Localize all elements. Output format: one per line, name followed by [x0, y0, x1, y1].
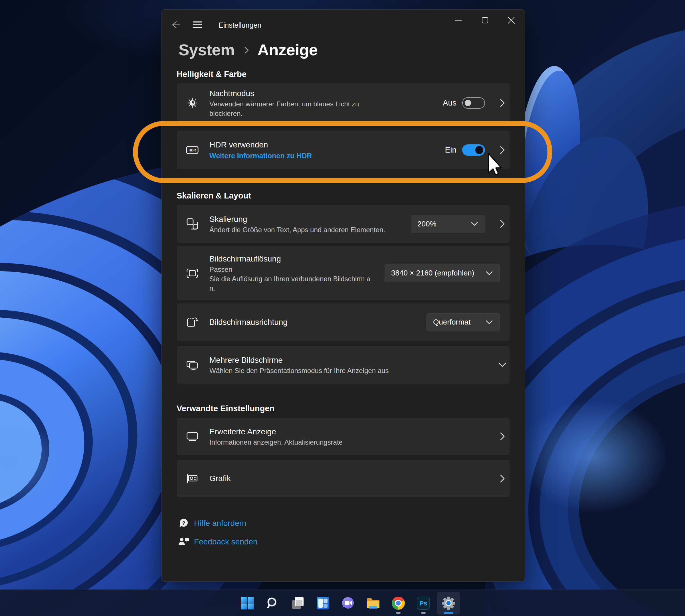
row-title: Mehrere Bildschirme	[209, 354, 389, 366]
chevron-right-icon	[495, 145, 510, 155]
row-skalierung[interactable]: Skalierung Ändert die Größe von Text, Ap…	[177, 205, 510, 243]
close-icon	[507, 16, 515, 24]
select-value: Querformat	[433, 318, 480, 327]
row-erweiterte-anzeige[interactable]: Erweiterte Anzeige Informationen anzeige…	[177, 418, 510, 455]
breadcrumb-chevron-icon	[243, 45, 250, 57]
file-explorer-button[interactable]	[362, 592, 385, 615]
row-title: Bildschirmauflösung	[209, 253, 370, 265]
section-verwandte-einstellungen: Verwandte Einstellungen	[177, 404, 275, 413]
select-value: 200%	[418, 220, 465, 228]
chat-button[interactable]	[337, 592, 360, 615]
row-title: Grafik	[209, 473, 231, 484]
photoshop-button[interactable]: Ps	[412, 592, 435, 615]
chevron-down-icon	[485, 320, 493, 325]
row-subtitle: Verwenden wärmerer Farben, um blaues Lic…	[209, 99, 359, 109]
chevron-down-icon	[485, 271, 493, 276]
advanced-display-icon	[186, 428, 198, 445]
search-icon	[266, 597, 279, 610]
taskbar: Ps	[0, 590, 685, 616]
row-bildschirmaufloesung[interactable]: Bildschirmauflösung Passen Sie die Auflö…	[177, 246, 510, 300]
app-title: Einstellungen	[218, 21, 261, 29]
chat-icon	[341, 596, 355, 610]
photoshop-icon: Ps	[417, 597, 430, 610]
hamburger-menu-button[interactable]	[191, 19, 204, 31]
row-nachtmodus[interactable]: Nachtmodus Verwenden wärmerer Farben, um…	[177, 83, 510, 123]
chevron-down-icon	[470, 221, 478, 226]
scaling-select[interactable]: 200%	[411, 215, 485, 233]
task-view-button[interactable]	[286, 592, 309, 615]
row-hdr[interactable]: HDR HDR verwenden Weitere Informationen …	[177, 130, 510, 169]
orientation-select[interactable]: Querformat	[427, 313, 500, 331]
active-indicator	[444, 612, 453, 614]
back-button[interactable]	[169, 19, 181, 31]
maximize-icon	[481, 17, 489, 24]
row-subtitle: Wählen Sie den Präsentationsmodus für Ih…	[209, 366, 389, 375]
task-view-icon	[291, 596, 305, 610]
row-title: Nachtmodus	[209, 88, 359, 99]
settings-gear-icon	[441, 596, 456, 610]
night-light-toggle[interactable]	[462, 97, 485, 109]
running-indicator	[396, 612, 401, 614]
breadcrumb-system[interactable]: System	[178, 41, 235, 59]
section-skalieren-layout: Skalieren & Layout	[177, 191, 251, 200]
widgets-button[interactable]	[312, 592, 334, 615]
row-subtitle: Informationen anzeigen, Aktualisierungsr…	[209, 438, 343, 447]
breadcrumb: System Anzeige	[178, 41, 318, 59]
chevron-down-icon[interactable]	[495, 361, 510, 368]
select-value: 3840 × 2160 (empfohlen)	[391, 269, 480, 278]
feedback-icon	[177, 535, 190, 548]
row-subtitle: Ändert die Größe von Text, Apps und ande…	[209, 225, 385, 235]
resolution-icon	[186, 265, 198, 282]
hamburger-icon	[191, 19, 204, 31]
svg-text:Ps: Ps	[420, 600, 427, 607]
toggle-state-label: Ein	[445, 146, 456, 155]
send-feedback-link[interactable]: Feedback senden	[162, 535, 304, 549]
link-label: Hilfe anfordern	[194, 519, 247, 528]
chrome-icon	[391, 596, 405, 610]
section-helligkeit-farbe: Helligkeit & Farbe	[177, 70, 247, 79]
night-light-icon	[186, 94, 198, 111]
graphics-icon	[186, 470, 198, 487]
row-subtitle: n.	[209, 284, 370, 293]
close-button[interactable]	[502, 14, 521, 27]
svg-text:?: ?	[182, 521, 186, 526]
chrome-button[interactable]	[387, 592, 410, 615]
row-subtitle: blockieren.	[209, 109, 359, 118]
hdr-toggle[interactable]	[462, 144, 485, 156]
chevron-right-icon	[495, 98, 510, 108]
minimize-button[interactable]	[449, 14, 468, 27]
settings-window: Einstellungen System Anzeige Helligkeit …	[162, 9, 525, 582]
get-help-link[interactable]: ? Hilfe anfordern	[162, 516, 304, 530]
row-title: Bildschirmausrichtung	[209, 316, 287, 328]
link-label: Feedback senden	[194, 537, 258, 546]
start-button[interactable]	[236, 592, 259, 615]
chevron-right-icon	[495, 432, 510, 441]
scaling-icon	[186, 215, 198, 233]
row-grafik[interactable]: Grafik	[177, 460, 510, 497]
toggle-state-label: Aus	[443, 98, 456, 108]
resolution-select[interactable]: 3840 × 2160 (empfohlen)	[385, 264, 500, 282]
chevron-right-icon	[495, 474, 510, 483]
maximize-button[interactable]	[476, 14, 494, 27]
running-indicator	[421, 612, 426, 614]
row-title: Skalierung	[209, 214, 385, 225]
back-arrow-icon	[169, 19, 181, 31]
orientation-icon	[186, 314, 198, 331]
search-button[interactable]	[261, 592, 284, 615]
row-subtitle: Passen	[209, 265, 370, 274]
hdr-info-link[interactable]: Weitere Informationen zu HDR	[209, 151, 312, 161]
start-icon	[241, 596, 255, 610]
row-bildschirmausrichtung[interactable]: Bildschirmausrichtung Querformat	[177, 303, 510, 341]
row-title: Erweiterte Anzeige	[209, 426, 343, 438]
file-explorer-icon	[366, 597, 380, 610]
multiple-displays-icon	[186, 356, 198, 373]
widgets-icon	[316, 596, 330, 610]
row-title: HDR verwenden	[209, 139, 312, 151]
row-mehrere-bildschirme[interactable]: Mehrere Bildschirme Wählen Sie den Präse…	[177, 346, 510, 384]
minimize-icon	[455, 17, 462, 24]
row-subtitle: Sie die Auflösung an Ihren verbundenen B…	[209, 274, 370, 284]
chevron-right-icon	[495, 219, 510, 229]
breadcrumb-anzeige: Anzeige	[257, 41, 318, 59]
svg-text:HDR: HDR	[189, 148, 196, 152]
settings-button[interactable]	[437, 592, 460, 615]
